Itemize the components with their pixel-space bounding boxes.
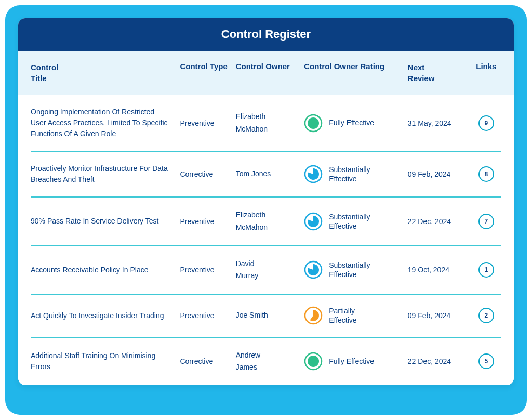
cell-title: Accounts Receivable Policy In Place [31, 265, 180, 275]
app-background: Control Register Control Title Control T… [5, 5, 527, 415]
cell-review: 09 Feb, 2024 [408, 311, 471, 320]
cell-review: 22 Dec, 2024 [408, 357, 471, 365]
table-row[interactable]: Act Quickly To Investigate Insider Tradi… [31, 295, 501, 336]
table-row[interactable]: Proactively Monitor Infrastructure For D… [31, 152, 501, 196]
control-register-card: Control Register Control Title Control T… [18, 18, 514, 385]
cell-links: 9 [471, 115, 501, 131]
col-header-rating: Control Owner Rating [304, 62, 408, 71]
cell-rating: SubstantiallyEffective [304, 165, 408, 183]
cell-type: Preventive [180, 311, 235, 320]
cell-rating: SubstantiallyEffective [304, 212, 408, 231]
rating-label: PartiallyEffective [329, 306, 356, 325]
col-header-review-l1: Next [408, 62, 466, 73]
cell-type: Preventive [180, 217, 235, 226]
table-row[interactable]: Ongoing Implementation Of Restricted Use… [31, 95, 501, 151]
cell-rating: Fully Effective [304, 114, 408, 133]
cell-links: 7 [471, 214, 501, 229]
links-count-badge[interactable]: 8 [478, 166, 494, 182]
rating-icon [304, 165, 323, 183]
rating-icon [304, 352, 323, 371]
rating-icon [304, 212, 323, 231]
cell-title: Additional Staff Training On Minimising … [31, 350, 180, 372]
cell-links: 8 [471, 166, 501, 182]
row-divider [31, 245, 501, 246]
col-header-owner: Control Owner [236, 62, 304, 71]
rating-icon [304, 114, 323, 133]
col-header-title-l2: Title [31, 73, 169, 84]
col-header-review-l2: Review [408, 73, 466, 84]
cell-review: 22 Dec, 2024 [408, 217, 471, 226]
substantially-effective-icon [304, 260, 323, 279]
links-count-badge[interactable]: 9 [478, 115, 494, 131]
full-effective-icon [304, 352, 323, 371]
row-divider [31, 337, 501, 338]
table-row[interactable]: Accounts Receivable Policy In Place Prev… [31, 246, 501, 294]
cell-rating: PartiallyEffective [304, 306, 408, 325]
table-body: Ongoing Implementation Of Restricted Use… [18, 95, 514, 385]
cell-title: Act Quickly To Investigate Insider Tradi… [31, 310, 180, 321]
table-header: Control Title Control Type Control Owner… [18, 51, 514, 95]
links-count-badge[interactable]: 2 [478, 308, 494, 323]
cell-type: Corrective [180, 357, 235, 365]
cell-title: Ongoing Implementation Of Restricted Use… [31, 107, 180, 139]
col-header-review: Next Review [408, 62, 471, 84]
links-count-badge[interactable]: 1 [478, 262, 494, 278]
substantially-effective-icon [304, 212, 323, 231]
cell-type: Corrective [180, 170, 235, 178]
col-header-type: Control Type [180, 62, 235, 71]
col-header-links: Links [471, 62, 501, 71]
row-divider [31, 196, 501, 198]
cell-links: 5 [471, 353, 501, 369]
rating-label: Fully Effective [329, 118, 374, 127]
table-row[interactable]: Additional Staff Training On Minimising … [31, 338, 501, 386]
cell-rating: SubstantiallyEffective [304, 260, 408, 279]
row-divider [31, 151, 501, 152]
svg-point-1 [308, 117, 319, 129]
rating-icon [304, 260, 323, 279]
row-divider [31, 294, 501, 295]
rating-label: Fully Effective [329, 357, 374, 366]
cell-owner: AndrewJames [236, 349, 304, 374]
cell-title: Proactively Monitor Infrastructure For D… [31, 163, 180, 185]
cell-review: 19 Oct, 2024 [408, 266, 471, 274]
partially-effective-icon [304, 306, 323, 325]
full-effective-icon [304, 114, 323, 133]
cell-type: Preventive [180, 266, 235, 274]
cell-owner: Joe Smith [236, 309, 304, 322]
cell-title: 90% Pass Rate In Service Delivery Test [31, 216, 180, 227]
card-title: Control Register [18, 18, 514, 51]
substantially-effective-icon [304, 165, 323, 183]
links-count-badge[interactable]: 7 [478, 214, 494, 229]
rating-label: SubstantiallyEffective [329, 212, 370, 231]
cell-owner: ElizabethMcMahon [236, 209, 304, 234]
cell-links: 1 [471, 262, 501, 278]
col-header-title-l1: Control [31, 62, 169, 73]
rating-icon [304, 306, 323, 325]
svg-point-7 [308, 356, 319, 367]
cell-owner: Tom Jones [236, 168, 304, 180]
cell-owner: ElizabethMcMahon [236, 111, 304, 136]
cell-review: 31 May, 2024 [408, 119, 471, 127]
cell-rating: Fully Effective [304, 352, 408, 371]
links-count-badge[interactable]: 5 [478, 353, 494, 369]
rating-label: SubstantiallyEffective [329, 165, 370, 183]
rating-label: SubstantiallyEffective [329, 260, 370, 279]
cell-review: 09 Feb, 2024 [408, 170, 471, 178]
cell-links: 2 [471, 308, 501, 323]
table-row[interactable]: 90% Pass Rate In Service Delivery Test P… [31, 198, 501, 245]
cell-owner: DavidMurray [236, 258, 304, 283]
col-header-title: Control Title [31, 62, 180, 84]
cell-type: Preventive [180, 119, 235, 127]
